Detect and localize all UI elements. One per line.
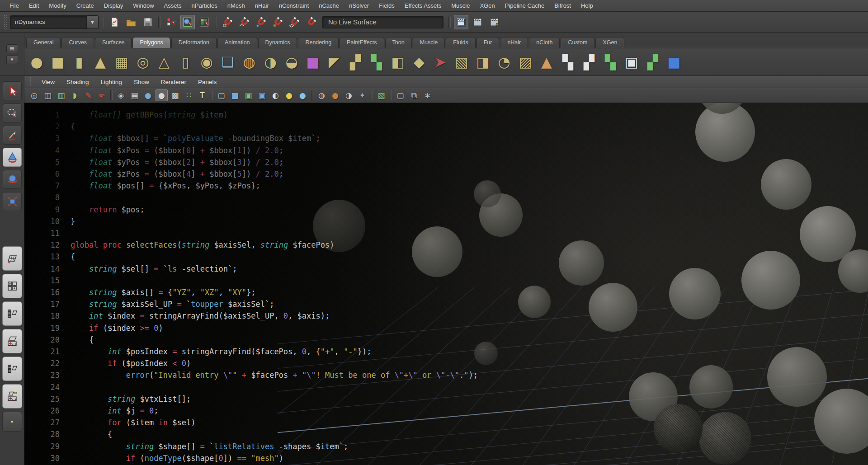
scale-tool[interactable] xyxy=(3,192,22,211)
shelf-tab-dynamics[interactable]: Dynamics xyxy=(258,37,297,48)
panel-menu-panels[interactable]: Panels xyxy=(192,78,222,86)
statusline-separator[interactable] xyxy=(448,14,452,30)
statusline-grip-handle[interactable] xyxy=(4,14,7,30)
render-settings-button[interactable] xyxy=(487,15,502,29)
shelf-tab-surfaces[interactable]: Surfaces xyxy=(95,37,132,48)
panel-menu-lighting[interactable]: Lighting xyxy=(95,78,128,86)
menu-bifrost[interactable]: Bifrost xyxy=(549,1,576,10)
shelf-tab-fur[interactable]: Fur xyxy=(476,37,500,48)
save-scene-button[interactable] xyxy=(141,15,155,29)
select-by-object-type-button[interactable] xyxy=(180,15,195,29)
separate-button[interactable]: ◒ xyxy=(281,52,302,72)
render-current-frame-button[interactable] xyxy=(454,15,468,29)
bridge-button[interactable]: ▞ xyxy=(345,52,366,72)
select-by-component-type-button[interactable] xyxy=(197,15,212,29)
uv-unfold-button[interactable]: ▚ xyxy=(600,52,621,72)
statusline-separator[interactable] xyxy=(214,14,218,30)
select-tool[interactable] xyxy=(3,81,22,100)
snap-to-grid-button[interactable] xyxy=(220,15,235,29)
menu-ncache[interactable]: nCache xyxy=(314,1,344,10)
statusline-separator[interactable] xyxy=(101,14,105,30)
statusline-separator[interactable] xyxy=(157,14,161,30)
layout-hypershade-persp-button[interactable] xyxy=(2,357,22,381)
menu-effects-assets[interactable]: Effects Assets xyxy=(400,1,446,10)
bookmarks-icon[interactable]: ▥ xyxy=(55,89,67,101)
default-light-icon[interactable]: ● xyxy=(283,89,295,101)
menu-nhair[interactable]: nHair xyxy=(250,1,274,10)
2d-pan-zoom-icon[interactable]: ✎ xyxy=(82,89,94,101)
smooth-shade-icon[interactable]: ▤ xyxy=(128,89,141,101)
make-live-button[interactable] xyxy=(304,15,318,29)
viewport-3d[interactable]: 1 float[] getBBPos(string $item)2{3 floa… xyxy=(24,103,868,465)
poly-sphere-button[interactable]: ● xyxy=(26,52,47,72)
shadows-icon[interactable]: ∷ xyxy=(183,89,195,101)
menu-help[interactable]: Help xyxy=(576,1,598,10)
snap-to-projected-center-button[interactable] xyxy=(270,15,285,29)
layout-persp-outliner-button[interactable] xyxy=(2,301,22,326)
append-to-poly-button[interactable]: ◧ xyxy=(387,52,408,72)
poly-cylinder-button[interactable]: ▮ xyxy=(69,52,90,72)
grease-pencil-icon[interactable]: ✏ xyxy=(96,89,108,101)
edge-flow-button[interactable]: ➤ xyxy=(430,52,451,72)
nex-modeling-button[interactable]: ■ xyxy=(664,52,684,72)
shelf-tab-fluids[interactable]: Fluids xyxy=(446,37,475,48)
exposure-icon[interactable]: ◐ xyxy=(269,89,282,101)
shelf-item-menu-button[interactable]: ▤ xyxy=(6,44,18,53)
wedge-face-button[interactable]: ▲ xyxy=(536,52,557,72)
shelf-tab-ncloth[interactable]: nCloth xyxy=(529,37,560,48)
shelf-tab-menu-button[interactable]: ▾ xyxy=(6,55,18,64)
quad-draw-button[interactable]: ❏ xyxy=(217,52,238,72)
select-by-hierarchy-button[interactable] xyxy=(164,15,178,29)
shelf-tab-curves[interactable]: Curves xyxy=(61,37,94,48)
extrude-button[interactable]: ◤ xyxy=(324,52,344,72)
shelf-tab-deformation[interactable]: Deformation xyxy=(171,37,217,48)
snap-to-curve-button[interactable] xyxy=(237,15,251,29)
textured-mode-icon[interactable]: ● xyxy=(156,89,168,101)
shelf-tab-muscle[interactable]: Muscle xyxy=(413,37,445,48)
object-selection-mask-icon[interactable]: ▧ xyxy=(375,89,387,101)
plugin-object-icon[interactable]: ▢ xyxy=(394,89,406,101)
shelf-tab-animation[interactable]: Animation xyxy=(217,37,257,48)
menu-modify[interactable]: Modify xyxy=(44,1,71,10)
poly-platonic-button[interactable]: ◉ xyxy=(196,52,217,72)
menu-muscle[interactable]: Muscle xyxy=(446,1,475,10)
xray-joints-icon[interactable]: ▣ xyxy=(242,89,255,101)
occlusion-icon[interactable]: ● xyxy=(329,89,341,101)
shelf-tab-polygons[interactable]: Polygons xyxy=(132,37,170,48)
stereo-camera-icon[interactable]: ◎ xyxy=(28,89,40,101)
rotate-tool[interactable] xyxy=(3,170,22,189)
menu-window[interactable]: Window xyxy=(128,1,159,10)
menu-display[interactable]: Display xyxy=(99,1,128,10)
ipr-render-button[interactable] xyxy=(471,15,485,29)
combine-button[interactable]: ◑ xyxy=(260,52,281,72)
menu-create[interactable]: Create xyxy=(71,1,99,10)
poly-cone-button[interactable]: ▲ xyxy=(90,52,111,72)
spin-edge-button[interactable]: ◔ xyxy=(494,52,514,72)
wireframe-mode-icon[interactable]: ◈ xyxy=(115,89,127,101)
menu-nparticles[interactable]: nParticles xyxy=(187,1,222,10)
panel-grip-handle[interactable] xyxy=(30,77,32,86)
uv-checker-button[interactable]: ▞ xyxy=(579,52,599,72)
lasso-select-tool[interactable] xyxy=(3,103,22,122)
image-plane-icon[interactable]: ◗ xyxy=(69,89,81,101)
ambient-light-icon[interactable]: ● xyxy=(297,89,309,101)
isolate-select-icon[interactable]: ▢ xyxy=(215,89,227,101)
poly-plane-button[interactable]: ▦ xyxy=(111,52,132,72)
multi-cut-button[interactable]: ▚ xyxy=(366,52,387,72)
menu-edit[interactable]: Edit xyxy=(24,1,44,10)
menu-nconstraint[interactable]: nConstraint xyxy=(274,1,314,10)
open-scene-button[interactable] xyxy=(124,15,138,29)
layout-single-persp-button[interactable] xyxy=(2,246,22,271)
motion-blur-icon[interactable]: ◑ xyxy=(343,89,355,101)
poke-face-button[interactable]: ▨ xyxy=(515,52,536,72)
poly-torus-button[interactable]: ◎ xyxy=(132,52,153,72)
shelf-tab-toon[interactable]: Toon xyxy=(385,37,412,48)
target-weld-button[interactable]: ◨ xyxy=(472,52,493,72)
shelf-tab-rendering[interactable]: Rendering xyxy=(298,37,339,48)
layout-persp-graph-button[interactable] xyxy=(2,329,22,353)
menu-nsolver[interactable]: nSolver xyxy=(344,1,374,10)
poly-prism-button[interactable]: △ xyxy=(154,52,175,72)
camera-attributes-icon[interactable]: ◫ xyxy=(42,89,54,101)
poly-pipe-button[interactable]: ▯ xyxy=(175,52,196,72)
shelf-tab-painteffects[interactable]: PaintEffects xyxy=(340,37,384,48)
